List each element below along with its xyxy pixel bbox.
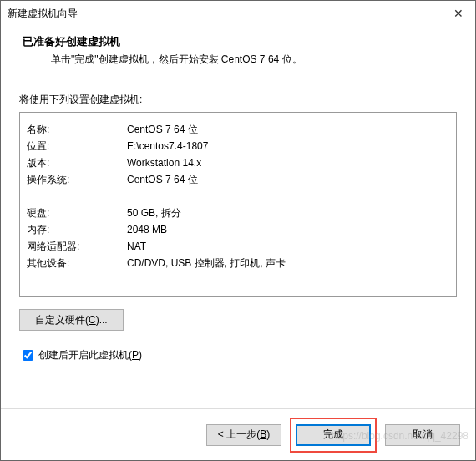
label-location: 位置: bbox=[27, 138, 127, 155]
row-os: 操作系统: CentOS 7 64 位 bbox=[27, 171, 449, 188]
row-network: 网络适配器: NAT bbox=[27, 238, 449, 255]
label-name: 名称: bbox=[27, 121, 127, 138]
settings-caption: 将使用下列设置创建虚拟机: bbox=[19, 93, 457, 107]
label-other: 其他设备: bbox=[27, 255, 127, 271]
value-location: E:\centos7.4-1807 bbox=[127, 138, 449, 155]
row-disk: 硬盘: 50 GB, 拆分 bbox=[27, 205, 449, 221]
header-subtitle: 单击"完成"创建虚拟机，然后开始安装 CentOS 7 64 位。 bbox=[23, 53, 453, 67]
spacer bbox=[27, 188, 449, 205]
settings-box: 名称: CentOS 7 64 位 位置: E:\centos7.4-1807 … bbox=[19, 112, 457, 297]
value-name: CentOS 7 64 位 bbox=[127, 121, 449, 138]
power-on-label[interactable]: 创建后开启此虚拟机(P) bbox=[38, 348, 142, 362]
row-name: 名称: CentOS 7 64 位 bbox=[27, 121, 449, 138]
power-on-checkbox[interactable] bbox=[23, 350, 33, 361]
value-network: NAT bbox=[127, 238, 449, 255]
row-location: 位置: E:\centos7.4-1807 bbox=[27, 138, 449, 155]
label-memory: 内存: bbox=[27, 221, 127, 238]
label-network: 网络适配器: bbox=[27, 238, 127, 255]
footer: < 上一步(B) 完成 取消 bbox=[1, 408, 475, 460]
label-os: 操作系统: bbox=[27, 171, 127, 188]
value-other: CD/DVD, USB 控制器, 打印机, 声卡 bbox=[127, 255, 449, 271]
value-disk: 50 GB, 拆分 bbox=[127, 205, 449, 221]
header: 已准备好创建虚拟机 单击"完成"创建虚拟机，然后开始安装 CentOS 7 64… bbox=[1, 26, 475, 79]
close-icon[interactable]: ✕ bbox=[448, 7, 468, 20]
window-title: 新建虚拟机向导 bbox=[8, 7, 78, 21]
wizard-window: 新建虚拟机向导 ✕ 已准备好创建虚拟机 单击"完成"创建虚拟机，然后开始安装 C… bbox=[0, 0, 476, 461]
row-version: 版本: Workstation 14.x bbox=[27, 155, 449, 171]
titlebar: 新建虚拟机向导 ✕ bbox=[1, 1, 475, 26]
row-memory: 内存: 2048 MB bbox=[27, 221, 449, 238]
finish-button[interactable]: 完成 bbox=[296, 424, 371, 446]
power-on-checkbox-row: 创建后开启此虚拟机(P) bbox=[19, 347, 457, 363]
finish-highlight: 完成 bbox=[290, 418, 377, 453]
row-other: 其他设备: CD/DVD, USB 控制器, 打印机, 声卡 bbox=[27, 255, 449, 271]
header-title: 已准备好创建虚拟机 bbox=[23, 34, 453, 49]
value-memory: 2048 MB bbox=[127, 221, 449, 238]
cancel-button[interactable]: 取消 bbox=[385, 424, 460, 446]
label-disk: 硬盘: bbox=[27, 205, 127, 221]
value-os: CentOS 7 64 位 bbox=[127, 171, 449, 188]
body: 将使用下列设置创建虚拟机: 名称: CentOS 7 64 位 位置: E:\c… bbox=[1, 79, 475, 408]
customize-hardware-button[interactable]: 自定义硬件(C)... bbox=[19, 309, 124, 331]
label-version: 版本: bbox=[27, 155, 127, 171]
back-button[interactable]: < 上一步(B) bbox=[206, 424, 281, 446]
value-version: Workstation 14.x bbox=[127, 155, 449, 171]
